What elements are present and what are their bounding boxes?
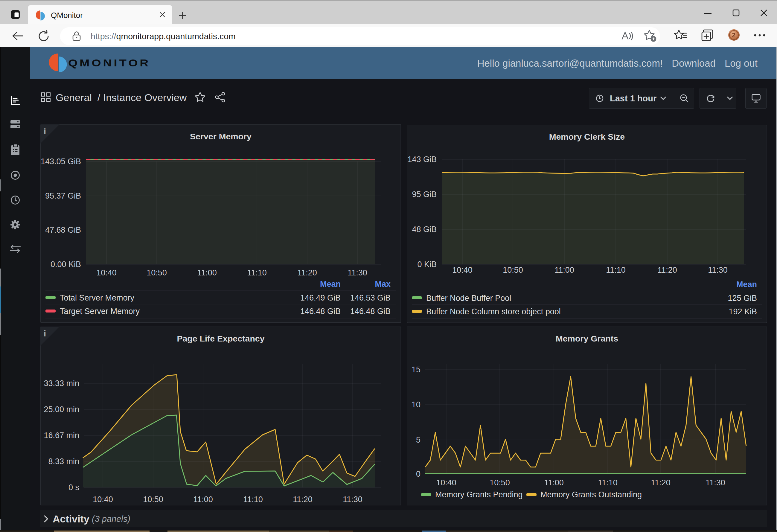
svg-text:Buffer Node Column store objec: Buffer Node Column store object pool — [426, 307, 561, 316]
svg-text:11:10: 11:10 — [243, 495, 263, 504]
svg-text:Buffer Node Buffer Pool: Buffer Node Buffer Pool — [426, 294, 511, 303]
svg-text:95 GiB: 95 GiB — [412, 190, 437, 199]
svg-text:i: i — [44, 126, 46, 136]
svg-text:Max: Max — [375, 280, 391, 289]
svg-text:95.37 GiB: 95.37 GiB — [45, 191, 81, 200]
svg-text:11:10: 11:10 — [247, 268, 267, 277]
svg-text:0.00 KiB: 0.00 KiB — [50, 260, 81, 269]
svg-text:11:20: 11:20 — [297, 268, 317, 277]
svg-text:143.05 GiB: 143.05 GiB — [41, 157, 81, 166]
svg-text:11:00: 11:00 — [197, 268, 217, 277]
svg-text:146.49 GiB: 146.49 GiB — [300, 293, 341, 302]
svg-text:10:40: 10:40 — [452, 265, 472, 275]
svg-text:5: 5 — [416, 435, 421, 444]
svg-text:10:50: 10:50 — [503, 265, 523, 275]
svg-text:10:50: 10:50 — [146, 268, 167, 277]
svg-text:Target Server Memory: Target Server Memory — [60, 307, 140, 316]
svg-text:25.00 min: 25.00 min — [44, 405, 79, 414]
svg-text:Page Life Expectancy: Page Life Expectancy — [177, 334, 264, 343]
svg-text:10:50: 10:50 — [489, 478, 510, 487]
svg-text:Memory Grants Outstanding: Memory Grants Outstanding — [540, 490, 642, 499]
svg-text:10:40: 10:40 — [436, 478, 456, 487]
svg-text:33.33 min: 33.33 min — [44, 379, 79, 388]
svg-text:146.48 GiB: 146.48 GiB — [350, 307, 391, 316]
svg-text:11:20: 11:20 — [657, 265, 677, 275]
svg-text:47.68 GiB: 47.68 GiB — [45, 225, 81, 234]
svg-text:10:50: 10:50 — [143, 495, 163, 504]
svg-text:i: i — [44, 329, 46, 338]
svg-text:11:00: 11:00 — [193, 495, 213, 504]
svg-text:16.67 min: 16.67 min — [44, 431, 79, 440]
svg-text:0: 0 — [416, 469, 421, 478]
svg-text:11:20: 11:20 — [651, 478, 671, 487]
svg-text:10:40: 10:40 — [96, 268, 117, 277]
svg-text:Memory Clerk Size: Memory Clerk Size — [549, 132, 625, 141]
svg-text:11:30: 11:30 — [705, 478, 725, 487]
svg-text:143 GiB: 143 GiB — [407, 155, 437, 164]
svg-text:11:00: 11:00 — [554, 265, 574, 275]
svg-text:10: 10 — [412, 400, 421, 409]
svg-text:146.48 GiB: 146.48 GiB — [300, 307, 341, 316]
svg-text:11:10: 11:10 — [598, 478, 618, 487]
svg-text:11:30: 11:30 — [343, 495, 362, 504]
svg-text:0 KiB: 0 KiB — [417, 260, 437, 269]
svg-text:Mean: Mean — [736, 280, 757, 289]
svg-text:0 s: 0 s — [69, 483, 79, 492]
svg-text:8.33 min: 8.33 min — [48, 457, 79, 466]
svg-text:48 GiB: 48 GiB — [412, 225, 437, 234]
svg-text:Server Memory: Server Memory — [190, 132, 251, 141]
svg-text:15: 15 — [412, 365, 421, 374]
svg-text:11:30: 11:30 — [347, 268, 367, 277]
svg-text:125 GiB: 125 GiB — [728, 294, 757, 303]
svg-text:11:20: 11:20 — [293, 495, 313, 504]
svg-text:Mean: Mean — [320, 280, 341, 289]
svg-text:11:30: 11:30 — [708, 265, 728, 275]
svg-text:Memory Grants: Memory Grants — [556, 334, 618, 343]
svg-text:Total Server Memory: Total Server Memory — [60, 293, 135, 302]
svg-text:2: 2 — [732, 31, 736, 39]
svg-text:192 KiB: 192 KiB — [729, 307, 757, 316]
svg-text:11:00: 11:00 — [544, 478, 564, 487]
svg-text:Memory Grants Pending: Memory Grants Pending — [435, 490, 523, 499]
svg-text:11:10: 11:10 — [606, 265, 626, 275]
svg-text:10:40: 10:40 — [93, 495, 113, 504]
svg-text:146.53 GiB: 146.53 GiB — [350, 293, 391, 302]
